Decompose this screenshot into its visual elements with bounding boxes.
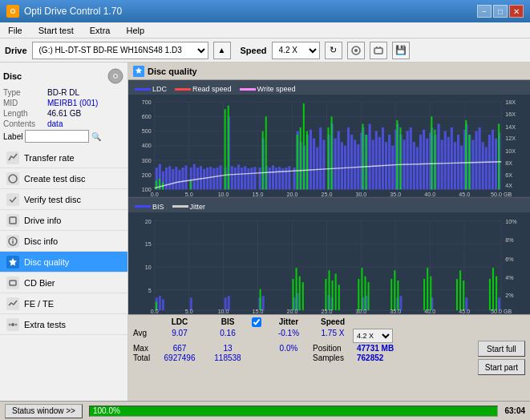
read-speed-label: Read speed bbox=[192, 85, 232, 93]
svg-rect-235 bbox=[335, 273, 337, 310]
title-bar-controls[interactable]: − □ ✕ bbox=[477, 5, 524, 18]
speed-display-select[interactable]: 4.2 X bbox=[353, 329, 393, 343]
save-button[interactable]: 💾 bbox=[392, 42, 410, 59]
sidebar-item-verify-test-disc[interactable]: Verify test disc bbox=[0, 189, 127, 210]
svg-rect-53 bbox=[212, 168, 215, 189]
svg-text:45.0: 45.0 bbox=[459, 308, 470, 314]
label-icon[interactable]: 🔍 bbox=[91, 132, 101, 141]
svg-rect-151 bbox=[303, 103, 305, 189]
max-row: Max 667 13 0.0% Position 47731 MB bbox=[133, 344, 475, 353]
svg-rect-103 bbox=[382, 127, 384, 189]
svg-rect-153 bbox=[327, 127, 329, 189]
sidebar-item-drive-info[interactable]: Drive info bbox=[0, 210, 127, 231]
create-test-label: Create test disc bbox=[24, 174, 85, 184]
sidebar-item-disc-quality[interactable]: Disc quality bbox=[0, 252, 127, 273]
svg-rect-233 bbox=[328, 270, 330, 310]
sidebar-item-disc-info[interactable]: Disc info bbox=[0, 231, 127, 252]
main-layout: Disc Type BD-R DL MID MEIRB1 (001) Lengt… bbox=[0, 63, 530, 401]
svg-rect-238 bbox=[361, 268, 362, 310]
sidebar-item-extra-tests[interactable]: Extra tests bbox=[0, 314, 127, 335]
svg-rect-72 bbox=[278, 167, 281, 189]
svg-rect-128 bbox=[460, 146, 463, 190]
svg-rect-64 bbox=[250, 168, 253, 189]
verify-icon bbox=[6, 193, 19, 206]
svg-rect-241 bbox=[390, 278, 392, 309]
svg-text:10X: 10X bbox=[505, 148, 516, 154]
svg-text:18X: 18X bbox=[505, 99, 516, 105]
refresh-button[interactable]: ↻ bbox=[325, 42, 342, 59]
max-ldc: 667 bbox=[156, 344, 204, 353]
extra-tests-label: Extra tests bbox=[24, 320, 66, 329]
maximize-button[interactable]: □ bbox=[493, 5, 508, 18]
svg-rect-136 bbox=[485, 147, 488, 190]
menu-help[interactable]: Help bbox=[121, 25, 149, 36]
svg-rect-58 bbox=[231, 166, 233, 189]
svg-rect-252 bbox=[496, 276, 497, 310]
sidebar-item-fe-te[interactable]: FE / TE bbox=[0, 293, 127, 314]
svg-point-15 bbox=[9, 323, 11, 325]
disc-length-row: Length 46.61 GB bbox=[3, 109, 124, 118]
sidebar-item-create-test-disc[interactable]: Create test disc bbox=[0, 168, 127, 189]
length-value: 46.61 GB bbox=[47, 109, 81, 118]
svg-text:10: 10 bbox=[145, 264, 152, 271]
svg-text:400: 400 bbox=[142, 143, 152, 149]
drive-label: Drive bbox=[5, 46, 27, 55]
transfer-rate-label: Transfer rate bbox=[24, 153, 75, 163]
svg-rect-75 bbox=[288, 166, 290, 189]
svg-rect-227 bbox=[260, 289, 261, 310]
chart-header: Disc quality bbox=[128, 63, 530, 80]
svg-text:2%: 2% bbox=[505, 292, 514, 299]
menu-file[interactable]: File bbox=[3, 25, 27, 36]
svg-rect-236 bbox=[338, 285, 340, 310]
svg-text:300: 300 bbox=[142, 158, 152, 164]
title-bar-left: O Opti Drive Control 1.70 bbox=[6, 5, 122, 18]
speed-select[interactable]: 4.2 X bbox=[272, 42, 320, 59]
svg-text:35.0: 35.0 bbox=[390, 308, 401, 314]
menu-start-test[interactable]: Start test bbox=[34, 25, 79, 36]
svg-rect-43 bbox=[178, 170, 180, 190]
status-window-button[interactable]: Status window >> bbox=[5, 404, 83, 418]
svg-rect-51 bbox=[206, 168, 208, 189]
drive-bar: Drive (G:) HL-DT-ST BD-RE WH16NS48 1.D3 … bbox=[0, 38, 530, 63]
disc-info-icon bbox=[6, 235, 19, 248]
sidebar-item-cd-bier[interactable]: CD Bier bbox=[0, 273, 127, 293]
extra-tests-icon bbox=[6, 318, 19, 331]
svg-rect-93 bbox=[350, 135, 353, 189]
start-full-button[interactable]: Start full bbox=[478, 341, 525, 357]
label-row: Label 🔍 bbox=[3, 130, 124, 143]
chart2-legend: BIS Jitter bbox=[128, 201, 530, 212]
label-input[interactable] bbox=[25, 130, 89, 143]
type-label: Type bbox=[3, 88, 47, 97]
menu-extra[interactable]: Extra bbox=[85, 25, 115, 36]
svg-rect-39 bbox=[165, 168, 168, 189]
progress-bar: 100.0% bbox=[89, 406, 498, 417]
burn-button[interactable] bbox=[347, 42, 365, 59]
close-button[interactable]: ✕ bbox=[509, 5, 524, 18]
avg-row: Avg 9.07 0.16 -0.1% 1.75 X 4.2 X bbox=[133, 329, 475, 343]
type-value: BD-R DL bbox=[47, 88, 79, 97]
svg-rect-148 bbox=[265, 116, 267, 189]
sidebar-item-transfer-rate[interactable]: Transfer rate bbox=[0, 147, 127, 168]
disc-mid-row: MID MEIRB1 (001) bbox=[3, 99, 124, 107]
erase-button[interactable] bbox=[370, 42, 387, 59]
avg-jitter: -0.1% bbox=[265, 329, 313, 343]
chart2-container: BIS Jitter bbox=[128, 197, 530, 315]
eject-button[interactable]: ▲ bbox=[213, 42, 231, 59]
svg-rect-149 bbox=[297, 135, 298, 189]
avg-ldc: 9.07 bbox=[156, 329, 204, 343]
chart2-svg: 20 15 10 5 10% 8% 6% 4% 2% 0.0 5.0 10.0 bbox=[128, 212, 530, 315]
bis-label: BIS bbox=[152, 203, 164, 211]
start-part-button[interactable]: Start part bbox=[478, 359, 525, 375]
drive-select[interactable]: (G:) HL-DT-ST BD-RE WH16NS48 1.D3 bbox=[32, 42, 208, 59]
disc-quality-label: Disc quality bbox=[24, 257, 69, 267]
verify-label: Verify test disc bbox=[24, 195, 81, 204]
jitter-checkbox[interactable] bbox=[252, 317, 261, 327]
contents-label: Contents bbox=[3, 119, 47, 128]
svg-rect-138 bbox=[492, 130, 494, 190]
svg-text:40.0: 40.0 bbox=[424, 308, 435, 314]
stats-table: LDC BIS Jitter Speed Avg 9.07 bbox=[133, 317, 475, 398]
svg-rect-139 bbox=[495, 139, 497, 190]
sidebar: Disc Type BD-R DL MID MEIRB1 (001) Lengt… bbox=[0, 63, 128, 401]
minimize-button[interactable]: − bbox=[477, 5, 492, 18]
svg-rect-126 bbox=[454, 142, 456, 189]
